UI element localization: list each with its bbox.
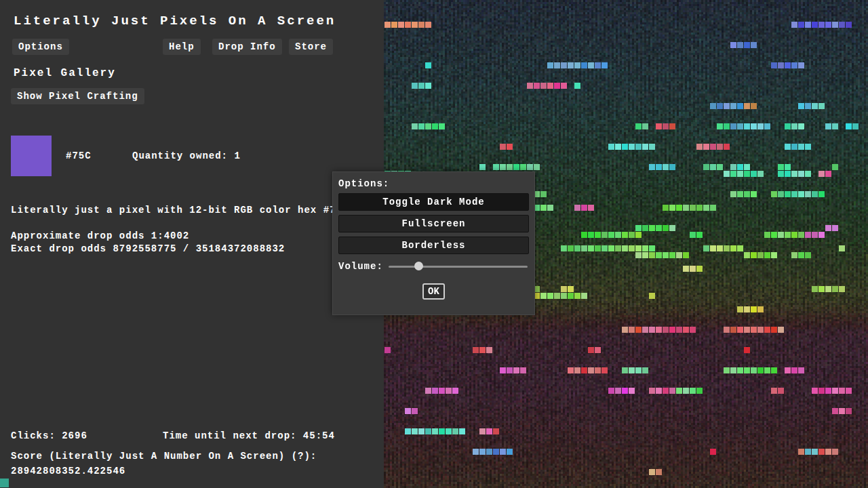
clicks-counter: Clicks: 2696 xyxy=(11,430,87,441)
ok-button[interactable]: OK xyxy=(422,283,445,300)
exact-drop-odds: Exact drop odds 8792558775 / 35184372088… xyxy=(11,243,285,256)
menu-button-help[interactable]: Help xyxy=(163,39,201,55)
volume-thumb[interactable] xyxy=(414,262,423,270)
pixel-swatch[interactable] xyxy=(11,136,52,176)
toggle-dark-mode-button[interactable]: Toggle Dark Mode xyxy=(338,193,529,211)
menu-button-store[interactable]: Store xyxy=(289,39,333,55)
score-value: 28942808352.422546 xyxy=(11,466,125,476)
score-label: Score (Literally Just A Number On A Scre… xyxy=(11,451,317,462)
menu-button-drop-info[interactable]: Drop Info xyxy=(212,39,282,55)
show-pixel-crafting-button[interactable]: Show Pixel Crafting xyxy=(11,88,144,104)
app-title: Literally Just Pixels On A Screen xyxy=(14,14,336,28)
options-dialog: Options: Toggle Dark Mode Fullscreen Bor… xyxy=(332,171,535,315)
volume-slider[interactable] xyxy=(389,262,529,271)
borderless-button[interactable]: Borderless xyxy=(338,237,529,254)
volume-label: Volume: xyxy=(338,261,383,272)
volume-slider-track xyxy=(389,266,528,268)
corner-pixel[interactable] xyxy=(0,479,9,487)
menu-button-options[interactable]: Options xyxy=(12,39,69,55)
pixel-quantity: Quantity owned: 1 xyxy=(132,150,241,161)
options-dialog-title: Options: xyxy=(338,178,529,189)
left-panel: Literally Just Pixels On A Screen Option… xyxy=(0,0,384,488)
pixel-description: Literally just a pixel with 12-bit RGB c… xyxy=(11,205,349,216)
approx-drop-odds: Approximate drop odds 1:4002 xyxy=(11,230,285,243)
pixel-hex-label: #75C xyxy=(66,150,92,161)
next-drop-timer: Time until next drop: 45:54 xyxy=(163,430,335,441)
fullscreen-button[interactable]: Fullscreen xyxy=(338,215,529,232)
gallery-heading: Pixel Gallery xyxy=(14,67,116,79)
